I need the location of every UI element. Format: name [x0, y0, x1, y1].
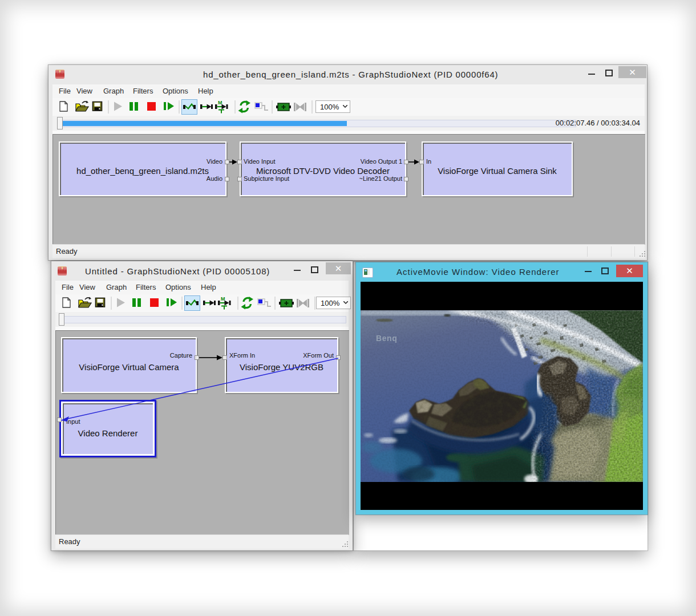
svg-text:Benq: Benq: [376, 334, 397, 343]
svg-text:M: M: [218, 100, 222, 106]
